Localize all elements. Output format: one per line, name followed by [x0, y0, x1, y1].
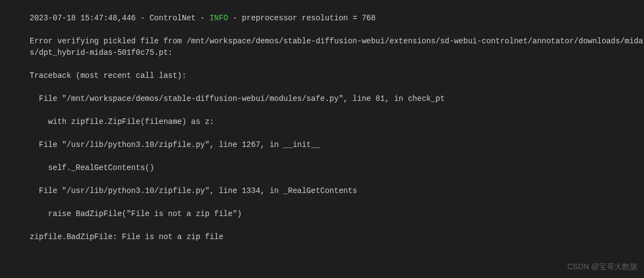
log-logger-name: ControlNet [149, 14, 195, 22]
error-line: Error verifying pickled file from /mnt/w… [30, 36, 644, 59]
traceback-file-line: File "/usr/lib/python3.10/zipfile.py", l… [30, 185, 644, 197]
traceback-file-line: File "/usr/lib/python3.10/zipfile.py", l… [30, 139, 644, 151]
log-timestamp: 2023-07-18 15:47:48,446 [30, 14, 136, 22]
traceback-code-line: raise BadZipFile("File is not a zip file… [30, 208, 644, 220]
traceback-code-line: self._RealGetContents() [30, 162, 644, 174]
log-sep: - [136, 14, 149, 22]
log-level: INFO [210, 14, 228, 22]
terminal-output: 2023-07-18 15:47:48,446 - ControlNet - I… [0, 0, 644, 278]
log-sep: - [228, 14, 242, 22]
traceback-header: Traceback (most recent call last): [30, 70, 644, 82]
exception-line: zipfile.BadZipFile: File is not a zip fi… [30, 231, 644, 243]
log-header-line: 2023-07-18 15:47:48,446 - ControlNet - I… [30, 13, 644, 24]
traceback-code-line: with zipfile.ZipFile(filename) as z: [30, 116, 644, 128]
traceback-file-line: File "/mnt/workspace/demos/stable-diffus… [30, 93, 644, 105]
watermark-text: CSDN @宝哥大数据 [567, 261, 637, 273]
blank-line [30, 254, 644, 266]
log-sep: - [195, 14, 209, 22]
log-message: preprocessor resolution = 768 [242, 14, 376, 22]
